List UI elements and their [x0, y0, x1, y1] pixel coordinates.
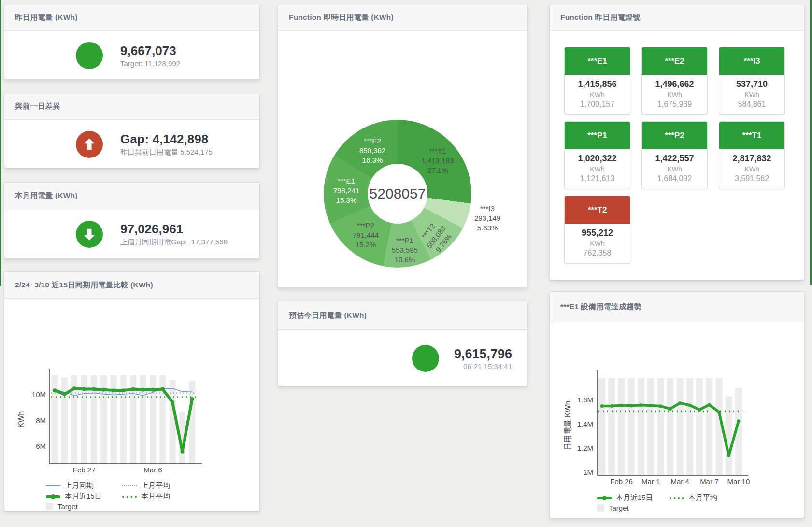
- target-bar: [677, 378, 684, 475]
- donut-label-i3: ***I3293,1495.63%: [474, 204, 500, 233]
- panel-title: Function 昨日用電燈號: [550, 4, 804, 31]
- data-point: [727, 454, 730, 457]
- y-tick-label: 1M: [583, 468, 593, 476]
- lamp-target: 1,121,613: [567, 174, 628, 183]
- panel-title: Function 即時日用電量 (KWh): [278, 4, 527, 31]
- lamp-card[interactable]: ***E1 1,415,856 KWh 1,700,157: [564, 47, 630, 115]
- target-bar: [696, 378, 703, 475]
- legend-label: Target: [57, 502, 78, 511]
- target-bar: [726, 396, 732, 475]
- x-tick-label: Mar 6: [143, 466, 162, 474]
- lamp-card[interactable]: ***E2 1,496,662 KWh 1,675,939: [641, 47, 708, 115]
- y-axis-title: 日用電量 KWh: [564, 400, 572, 450]
- blue-dotted-marker: [122, 485, 137, 486]
- panel-yesterday-usage: 昨日用電量 (KWh) 9,667,073 Target: 11,128,992: [4, 4, 260, 80]
- target-bar: [608, 378, 615, 475]
- green-dotted-marker: [122, 496, 137, 498]
- data-point: [649, 404, 653, 407]
- data-point: [698, 408, 701, 412]
- lamp-value: 1,422,557: [644, 154, 705, 164]
- panel-month-usage: 本月用電量 (KWh) 97,026,961 上個月同期用電Gap: -17,3…: [4, 182, 260, 259]
- donut-label-p1: ***P1553,59510.6%: [392, 236, 418, 265]
- data-point: [92, 387, 96, 391]
- target-bar: [706, 378, 712, 475]
- blue-line-marker: [46, 485, 60, 486]
- panel-title: 昨日用電量 (KWh): [4, 4, 259, 31]
- legend-label: 本月平均: [141, 492, 170, 501]
- data-point: [620, 404, 623, 407]
- panel-day-gap: 與前一日差異 Gap: 4,142,898 昨日與前日用電量 5,524,175: [4, 93, 260, 168]
- day-gap-value: Gap: 4,142,898: [120, 132, 213, 146]
- lamp-target: 1,700,157: [567, 100, 628, 109]
- data-point: [708, 403, 711, 406]
- data-point: [717, 410, 721, 413]
- green-line-marker: [46, 495, 60, 498]
- lamp-card[interactable]: ***I3 537,710 KWh 584,861: [719, 47, 785, 115]
- lamp-label: ***P1: [565, 122, 630, 149]
- compare-chart-svg[interactable]: 6M8M10MFeb 27Mar 6KWh: [4, 299, 259, 475]
- lamp-label: ***P2: [642, 122, 707, 149]
- data-point: [737, 419, 740, 423]
- lamp-label: ***T2: [565, 196, 630, 224]
- legend-item[interactable]: Target: [46, 502, 122, 511]
- lamp-value: 537,710: [721, 79, 783, 89]
- lamp-card[interactable]: ***P2 1,422,557 KWh 1,684,092: [641, 121, 708, 189]
- lamp-target: 3,591,562: [721, 174, 783, 183]
- lamp-label: ***E1: [565, 47, 630, 75]
- data-point: [122, 388, 126, 392]
- data-point: [190, 397, 194, 401]
- legend-label: 上月平均: [141, 481, 170, 490]
- lamp-value: 1,415,856: [567, 79, 628, 89]
- status-circle-icon: [76, 42, 103, 69]
- target-bar: [120, 375, 127, 464]
- y-tick-label: 6M: [36, 442, 46, 450]
- legend-item[interactable]: Target: [597, 504, 670, 512]
- data-point: [629, 404, 633, 407]
- yesterday-usage-value: 9,667,073: [120, 43, 180, 58]
- e1-trend-chart-svg[interactable]: 1M1.2M1.4M1.6MFeb 26Mar 1Mar 4Mar 7Mar 1…: [550, 322, 804, 488]
- lamp-grid: ***E1 1,415,856 KWh 1,700,157 ***E2 1,49…: [564, 47, 785, 264]
- lamp-label: ***T1: [719, 122, 784, 149]
- legend-item[interactable]: 本月平均: [670, 493, 748, 502]
- legend-item[interactable]: 上月平均: [122, 481, 205, 490]
- donut-label-t1: ***T11,413,18327.1%: [422, 146, 454, 175]
- data-point: [688, 403, 691, 407]
- y-axis-title: KWh: [17, 411, 25, 428]
- page-edge-stripe-left: [0, 0, 1, 286]
- lamp-card[interactable]: ***T1 2,817,832 KWh 3,591,562: [719, 121, 785, 189]
- data-point: [53, 388, 57, 392]
- donut-label-p2: ***P2791,44415.2%: [353, 221, 379, 250]
- panel-title: 本月用電量 (KWh): [4, 183, 259, 209]
- lamp-unit: KWh: [721, 91, 783, 99]
- lamp-card[interactable]: ***P1 1,020,322 KWh 1,121,613: [564, 121, 630, 189]
- x-tick-label: Mar 7: [700, 477, 718, 485]
- lamp-unit: KWh: [567, 165, 628, 173]
- data-point: [181, 450, 185, 454]
- data-point: [678, 401, 682, 405]
- legend-item[interactable]: 上月同期: [46, 481, 122, 490]
- arrow-down-icon: [76, 221, 103, 248]
- lamp-unit: KWh: [567, 240, 628, 247]
- lamp-value: 1,020,322: [567, 154, 628, 164]
- target-bar: [61, 377, 68, 464]
- lamp-target: 1,675,939: [644, 100, 705, 109]
- legend-label: 上月同期: [65, 481, 94, 490]
- target-bar: [628, 378, 635, 475]
- day-gap-subtitle: 昨日與前日用電量 5,524,175: [120, 148, 213, 157]
- page-edge-stripe-right: [810, 0, 812, 285]
- legend-label: 本月近15日: [616, 493, 653, 502]
- legend-item[interactable]: 本月近15日: [597, 493, 670, 502]
- target-bar: [686, 378, 693, 475]
- panel-title: 預估今日用電量 (KWh): [278, 301, 527, 330]
- legend-item[interactable]: 本月近15日: [46, 492, 122, 501]
- yesterday-usage-target: Target: 11,128,992: [120, 59, 180, 68]
- month-usage-value: 97,026,961: [120, 222, 228, 236]
- lamp-value: 955,212: [567, 228, 628, 238]
- data-point: [151, 388, 155, 392]
- lamp-card[interactable]: ***T2 955,212 KWh 762,358: [564, 196, 630, 264]
- target-bar: [52, 375, 58, 464]
- data-point: [63, 392, 67, 396]
- data-point: [600, 404, 604, 408]
- lamp-unit: KWh: [644, 91, 705, 99]
- legend-item[interactable]: 本月平均: [122, 492, 205, 501]
